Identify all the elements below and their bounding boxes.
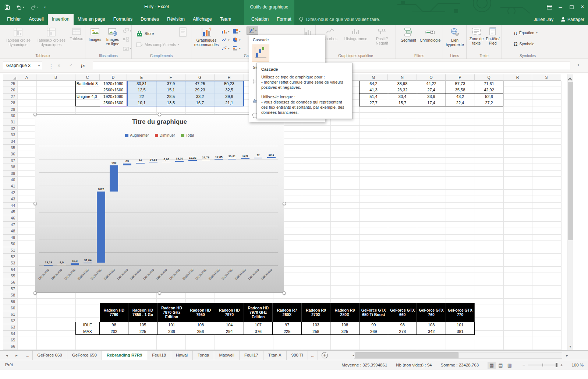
name-box[interactable]: Graphique 3 ▾ xyxy=(3,61,42,70)
add-sheet-button[interactable]: + xyxy=(322,352,328,358)
sheet-tab-maxwell[interactable]: Maxwell xyxy=(214,351,240,360)
formula-bar-separator-icon[interactable]: ⋮ xyxy=(48,63,54,70)
row-header-62[interactable]: 62 xyxy=(3,318,17,324)
gpu-value-cell[interactable]: 99 xyxy=(359,322,388,328)
timeline-button[interactable]: Chronologie xyxy=(419,25,442,53)
sheet-nav-right-icon[interactable]: ► xyxy=(12,351,21,360)
recommended-charts-button[interactable]: ? Graphiques recommandés xyxy=(194,25,219,53)
row-header-27[interactable]: 27 xyxy=(3,94,17,100)
screenshot-button[interactable]: ▾ xyxy=(123,45,131,52)
recommended-pivot-tables-button[interactable]: Tableaux croisés dynamiques xyxy=(35,25,68,53)
formula-bar-expand-icon[interactable]: ▾ xyxy=(578,63,579,67)
sheet-scroll-ellipsis[interactable]: ... xyxy=(23,351,33,360)
ribbon-tab-cr-ation[interactable]: Création xyxy=(247,14,273,25)
row-header-65[interactable]: 65 xyxy=(3,337,17,343)
insert-function-button[interactable]: fx xyxy=(81,63,85,69)
sheet-tab-geforce-660[interactable]: GeForce 660 xyxy=(33,351,67,360)
sheet-tab-feuil17[interactable]: Feuil17 xyxy=(240,351,263,360)
shapes-button[interactable]: ▾ xyxy=(123,27,131,34)
undo-caret-icon[interactable]: ▾ xyxy=(23,6,24,8)
gpu-value-cell[interactable]: 269 xyxy=(359,328,388,334)
sheet-tab-hawai[interactable]: Hawai xyxy=(171,351,193,360)
minimize-button[interactable]: ─ xyxy=(555,0,566,14)
row-header-46[interactable]: 46 xyxy=(3,215,17,221)
redo-caret-icon[interactable]: ▾ xyxy=(37,6,39,8)
row-header-30[interactable]: 30 xyxy=(3,113,17,119)
row-header-41[interactable]: 41 xyxy=(3,183,17,189)
sheet-more-ellipsis[interactable]: ... xyxy=(308,351,318,360)
chart-selection-handle[interactable] xyxy=(158,113,161,116)
hscroll-right-icon[interactable]: ► xyxy=(562,351,572,360)
chart-selection-handle[interactable] xyxy=(283,291,286,295)
row-header-37[interactable]: 37 xyxy=(3,158,17,164)
row-header-33[interactable]: 33 xyxy=(3,132,17,138)
chart-object[interactable]: Titre du graphique AugmenterDiminuerTota… xyxy=(35,114,284,293)
row-header-31[interactable]: 31 xyxy=(3,119,17,125)
vertical-scrollbar[interactable]: ▲ ▼ xyxy=(567,74,573,350)
maximize-button[interactable] xyxy=(566,0,577,14)
row-header-53[interactable]: 53 xyxy=(3,260,17,266)
undo-button[interactable]: ▾ xyxy=(16,3,24,11)
chart-selection-handle[interactable] xyxy=(33,291,37,295)
header-footer-button[interactable]: En-tête/ Pied xyxy=(485,25,500,53)
column-header-D[interactable]: D xyxy=(100,74,127,81)
row-header-32[interactable]: 32 xyxy=(3,126,17,132)
column-header-M[interactable]: M xyxy=(359,74,388,81)
row-header-61[interactable]: 61 xyxy=(3,311,17,317)
row-header-36[interactable]: 36 xyxy=(3,151,17,157)
zoom-level[interactable]: 100 % xyxy=(571,363,584,367)
ribbon-tab-format[interactable]: Format xyxy=(273,14,295,25)
ribbon-display-options-button[interactable] xyxy=(544,0,555,14)
row-header-28[interactable]: 28 xyxy=(3,100,17,106)
column-header-H[interactable]: H xyxy=(215,74,244,81)
gpu-value-cell[interactable]: 103 xyxy=(417,322,446,328)
row-header-44[interactable]: 44 xyxy=(3,203,17,209)
pivot-table-button[interactable]: Tableau croisé dynamique xyxy=(2,25,34,53)
column-header-C[interactable]: C xyxy=(75,74,100,81)
ribbon-tab-team[interactable]: Team xyxy=(216,14,235,25)
row-header-55[interactable]: 55 xyxy=(3,273,17,279)
gpu-row-label[interactable]: IDLE xyxy=(75,322,100,328)
sheet-tab-geforce-650[interactable]: GeForce 650 xyxy=(67,351,102,360)
gpu-value-cell[interactable]: 258 xyxy=(302,328,330,334)
waterfall-stock-chart-button[interactable]: ▾ xyxy=(247,27,258,35)
text-box-button[interactable]: Zone de texte xyxy=(469,25,484,53)
row-header-60[interactable]: 60 xyxy=(3,305,17,311)
column-header-R[interactable]: R xyxy=(503,74,532,81)
chart-selection-handle[interactable] xyxy=(33,113,37,116)
ribbon-tab-mise-en-page[interactable]: Mise en page xyxy=(74,14,109,25)
page-break-view-button[interactable]: ▥ xyxy=(506,362,514,369)
scroll-down-icon[interactable]: ▼ xyxy=(567,344,573,350)
line-chart-button[interactable]: ▾ xyxy=(222,36,230,43)
zoom-slider-thumb[interactable] xyxy=(556,363,557,367)
row-header-35[interactable]: 35 xyxy=(3,145,17,151)
column-header-B[interactable]: B xyxy=(36,74,75,81)
gpu-value-cell[interactable]: 98 xyxy=(388,322,417,328)
chart-selection-handle[interactable] xyxy=(283,202,286,205)
zoom-in-button[interactable]: + xyxy=(560,363,563,367)
qat-customize-button[interactable]: ▾ xyxy=(44,3,46,11)
slicer-button[interactable]: Segment xyxy=(399,25,418,53)
gpu-value-cell[interactable]: 256 xyxy=(186,328,215,334)
zoom-out-button[interactable]: − xyxy=(523,363,525,367)
row-header-49[interactable]: 49 xyxy=(3,235,17,241)
benchmark-label[interactable]: Unigine 4,0 xyxy=(77,94,99,100)
row-header-57[interactable]: 57 xyxy=(3,286,17,292)
sheet-tab-feuil18[interactable]: Feuil18 xyxy=(147,351,171,360)
row-header-59[interactable]: 59 xyxy=(3,299,17,305)
gpu-value-cell[interactable]: 342 xyxy=(417,328,446,334)
row-header-66[interactable]: 66 xyxy=(3,343,17,350)
row-header-42[interactable]: 42 xyxy=(3,190,17,196)
share-button[interactable]: Partager xyxy=(561,17,584,22)
row-header-38[interactable]: 38 xyxy=(3,164,17,170)
gpu-value-cell[interactable]: 278 xyxy=(388,328,417,334)
store-button[interactable]: Store xyxy=(135,29,155,38)
vertical-scrollbar-thumb[interactable] xyxy=(568,82,573,240)
column-chart-button[interactable]: ▾ xyxy=(222,28,230,35)
row-header-48[interactable]: 48 xyxy=(3,228,17,234)
row-header-47[interactable]: 47 xyxy=(3,222,17,228)
gpu-value-cell[interactable]: 107 xyxy=(244,322,273,328)
gpu-value-cell[interactable]: 101 xyxy=(446,322,475,328)
smartart-button[interactable] xyxy=(123,36,129,43)
row-header-63[interactable]: 63 xyxy=(3,324,17,330)
